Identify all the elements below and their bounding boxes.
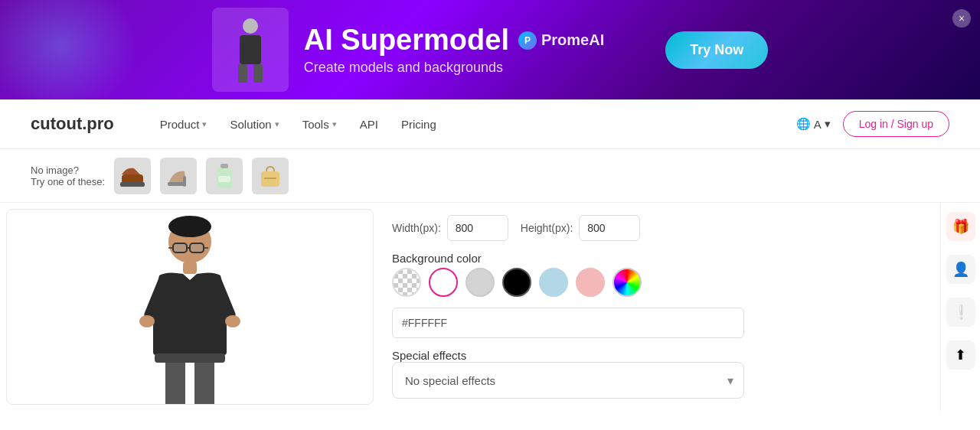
- banner-close-button[interactable]: ×: [952, 9, 971, 28]
- content-wrapper: Width(px): Height(px): Background color: [0, 203, 980, 411]
- promo-banner: AI Supermodel P PromeAI Create models an…: [0, 0, 980, 99]
- color-swatches: [392, 268, 922, 297]
- sample-heel[interactable]: [160, 158, 197, 194]
- svg-rect-7: [183, 176, 186, 187]
- alert-icon[interactable]: ❕: [946, 298, 975, 327]
- hex-color-input[interactable]: [392, 308, 744, 338]
- try-now-button[interactable]: Try Now: [665, 31, 768, 69]
- svg-rect-15: [190, 243, 204, 252]
- svg-rect-3: [253, 64, 263, 83]
- svg-rect-19: [183, 262, 197, 274]
- svg-point-13: [168, 216, 211, 237]
- nav-solution[interactable]: Solution ▾: [230, 118, 279, 131]
- login-button[interactable]: Log in / Sign up: [843, 111, 949, 137]
- solution-chevron-icon: ▾: [275, 119, 279, 129]
- special-effects-section: Special effects No special effects Blur …: [392, 349, 922, 399]
- svg-rect-2: [238, 64, 247, 83]
- banner-text-block: AI Supermodel P PromeAI Create models an…: [304, 24, 604, 76]
- svg-point-22: [225, 315, 240, 327]
- nav-tools[interactable]: Tools ▾: [302, 118, 337, 131]
- avatar-icon[interactable]: 👤: [946, 255, 975, 284]
- svg-rect-14: [173, 243, 187, 252]
- special-effects-dropdown-wrapper: No special effects Blur Shadow Glow ▾: [392, 362, 744, 399]
- bg-color-section: Background color: [392, 252, 922, 297]
- banner-subtitle: Create models and backgrounds: [304, 60, 604, 76]
- banner-image: [212, 8, 289, 92]
- no-image-prompt: No image? Try one of these:: [31, 165, 105, 187]
- promeai-logo-icon: P: [518, 31, 537, 50]
- svg-rect-9: [218, 176, 230, 182]
- nav-api[interactable]: API: [360, 118, 378, 131]
- preview-panel: [6, 209, 374, 405]
- controls-panel: Width(px): Height(px): Background color: [374, 203, 940, 411]
- nav-right: 🌐 A ▾ Log in / Sign up: [796, 111, 949, 137]
- width-label: Width(px):: [392, 222, 441, 234]
- svg-rect-11: [264, 178, 276, 179]
- sample-shoe[interactable]: [114, 158, 151, 194]
- banner-decor: [0, 0, 138, 99]
- site-logo[interactable]: cutout.pro: [31, 114, 114, 134]
- product-chevron-icon: ▾: [202, 119, 207, 129]
- swatch-black[interactable]: [502, 268, 531, 297]
- nav-product[interactable]: Product ▾: [160, 118, 207, 131]
- banner-title: AI Supermodel: [304, 24, 509, 57]
- swatch-rainbow[interactable]: [612, 268, 642, 297]
- height-input[interactable]: [579, 215, 640, 241]
- samples-bar: No image? Try one of these:: [0, 149, 980, 203]
- svg-point-21: [139, 315, 155, 327]
- height-group: Height(px):: [521, 215, 640, 241]
- height-label: Height(px):: [521, 222, 573, 234]
- special-effects-select[interactable]: No special effects Blur Shadow Glow: [392, 362, 744, 399]
- swatch-transparent[interactable]: [392, 268, 421, 297]
- language-selector[interactable]: 🌐 A ▾: [796, 117, 831, 131]
- sample-bag[interactable]: [252, 158, 289, 194]
- sample-bottle[interactable]: [206, 158, 243, 194]
- person-preview: [113, 211, 266, 402]
- svg-rect-25: [155, 353, 225, 363]
- special-effects-label: Special effects: [392, 349, 922, 362]
- navbar: cutout.pro Product ▾ Solution ▾ Tools ▾ …: [0, 99, 980, 149]
- bg-color-label: Background color: [392, 252, 922, 265]
- nav-links: Product ▾ Solution ▾ Tools ▾ API Pricing: [160, 118, 796, 131]
- width-group: Width(px):: [392, 215, 508, 241]
- svg-rect-5: [120, 182, 145, 187]
- nav-pricing[interactable]: Pricing: [401, 118, 436, 131]
- swatch-light-blue[interactable]: [539, 268, 568, 297]
- banner-content: AI Supermodel P PromeAI Create models an…: [212, 8, 768, 92]
- swatch-white[interactable]: [429, 268, 458, 297]
- upload-icon[interactable]: ⬆: [946, 340, 975, 370]
- right-sidebar: 🎁 👤 ❕ ⬆: [940, 203, 980, 411]
- hex-input-row: [392, 308, 744, 338]
- svg-rect-8: [220, 164, 228, 168]
- svg-point-0: [243, 18, 258, 34]
- gift-icon[interactable]: 🎁: [946, 212, 975, 241]
- swatch-light-gray[interactable]: [466, 268, 495, 297]
- swatch-pink[interactable]: [576, 268, 605, 297]
- dimension-row: Width(px): Height(px):: [392, 215, 922, 241]
- promeai-brand: P PromeAI: [518, 31, 604, 50]
- svg-rect-1: [240, 35, 261, 64]
- width-input[interactable]: [447, 215, 508, 241]
- tools-chevron-icon: ▾: [332, 119, 337, 129]
- svg-rect-20: [153, 301, 227, 355]
